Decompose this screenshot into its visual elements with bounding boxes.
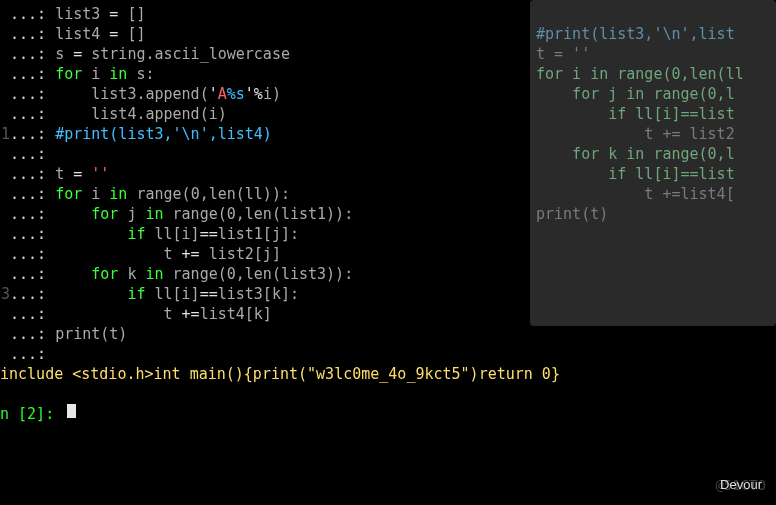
output-text: include <stdio.h>int main(){print("w3lc0… [0,364,560,384]
code-token: for [55,184,82,204]
code-token: if [127,284,145,304]
code-token: t [55,164,73,184]
code-token: s [55,44,73,64]
gutter-number [0,204,10,224]
code-token: list2[j] [200,244,281,264]
overlay-code-line: #print(list3,'\n',list [536,24,776,44]
input-prompt: n [2]: [0,404,63,424]
continuation-prompt: ...: [10,104,55,124]
gutter-number [0,224,10,244]
gutter-number [0,324,10,344]
code-token: list3[k]: [218,284,299,304]
continuation-prompt: ...: [10,324,55,344]
output-line: include <stdio.h>int main(){print("w3lc0… [0,364,776,384]
gutter-number [0,244,10,264]
gutter-number [0,104,10,124]
code-token: for [91,204,118,224]
continuation-prompt: ...: [10,4,55,24]
code-token: for [91,264,118,284]
continuation-prompt: ...: [10,24,55,44]
code-token: s: [127,64,154,84]
gutter-number: 1 [0,124,10,144]
cursor-icon [67,404,76,418]
continuation-prompt: ...: [10,84,55,104]
gutter-number [0,164,10,184]
code-token: in [145,204,163,224]
code-token: #print(list3,'\n',list4) [55,124,272,144]
code-token: ' [245,84,254,104]
gutter-number [0,344,10,364]
code-preview-overlay: #print(list3,'\n',list t = ''for i in ra… [530,0,776,326]
code-token: ll[i] [145,224,199,244]
overlay-code-line: t += list2 [536,124,776,144]
gutter-number [0,184,10,204]
gutter-number [0,264,10,284]
code-token: == [200,224,218,244]
code-token: t [55,304,181,324]
code-token: list3 [55,4,109,24]
code-token: [] [118,4,145,24]
continuation-prompt: ...: [10,244,55,264]
code-token: t [55,244,181,264]
code-token: %s [227,84,245,104]
continuation-prompt: ...: [10,64,55,84]
gutter-number: 3 [0,284,10,304]
overlay-code-line: if ll[i]==list [536,104,776,124]
code-token: ' [209,84,218,104]
continuation-prompt: ...: [10,344,55,364]
code-token: % [254,84,263,104]
code-token [55,224,127,244]
code-token: A [218,84,227,104]
code-token: print(t) [55,324,127,344]
overlay-code-line: for i in range(0,len(ll [536,64,776,84]
code-token: '' [91,164,109,184]
gutter-number [0,64,10,84]
code-token: in [109,184,127,204]
code-line: ...: print(t) [0,324,776,344]
gutter-number [0,44,10,64]
code-token: range( [164,204,227,224]
code-token: list3.append( [55,84,209,104]
continuation-prompt: ...: [10,184,55,204]
code-token: list1[j]: [218,224,299,244]
code-token [82,164,91,184]
code-token: ll[i] [145,284,199,304]
code-token: string.ascii_lowercase [82,44,290,64]
code-token: = [73,164,82,184]
continuation-prompt: ...: [10,164,55,184]
continuation-prompt: ...: [10,144,55,164]
code-token: ,len(list3)): [236,264,353,284]
code-token: i) [263,84,281,104]
gutter-number [0,84,10,104]
code-line: ...: [0,344,776,364]
code-token: += [182,304,200,324]
code-token: if [127,224,145,244]
code-token: [] [118,24,145,44]
code-token: ,len(list1)): [236,204,353,224]
continuation-prompt: ...: [10,124,55,144]
continuation-prompt: ...: [10,204,55,224]
code-token: in [109,64,127,84]
code-token: 0 [227,204,236,224]
continuation-prompt: ...: [10,304,55,324]
code-token: 0 [191,184,200,204]
code-token: = [109,24,118,44]
code-token: list4[k] [200,304,272,324]
code-token: j [118,204,145,224]
code-token: = [109,4,118,24]
code-token: in [145,264,163,284]
code-token: == [200,284,218,304]
code-token: i [82,184,109,204]
gutter-number [0,144,10,164]
code-token: 0 [227,264,236,284]
continuation-prompt: ...: [10,224,55,244]
continuation-prompt: ...: [10,284,55,304]
code-token: i [82,64,109,84]
overlay-code-line: for j in range(0,l [536,84,776,104]
input-prompt-line[interactable]: n [2]: [0,404,776,424]
overlay-code-line: for k in range(0,l [536,144,776,164]
continuation-prompt: ...: [10,44,55,64]
code-token [55,264,91,284]
gutter-number [0,4,10,24]
code-token [55,204,91,224]
